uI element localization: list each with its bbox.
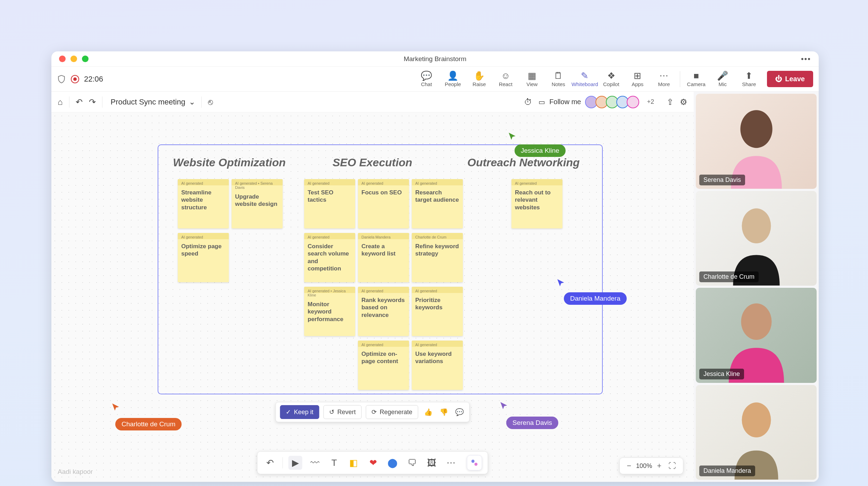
- sticky-note[interactable]: AI generatedTest SEO tactics: [304, 179, 355, 228]
- keep-label: Keep it: [294, 409, 313, 416]
- feedback-icon[interactable]: 💬: [454, 407, 465, 418]
- sticky-note[interactable]: AI generatedResearch target audience: [412, 179, 463, 228]
- video-tile[interactable]: Daniela Mandera: [696, 385, 817, 480]
- image-tool-icon[interactable]: 🖼: [425, 456, 439, 470]
- sticky-note[interactable]: AI generatedOptimize on-page content: [358, 341, 409, 390]
- check-icon: ✓: [286, 408, 291, 416]
- whiteboard-toolbar: ⌂ ↶ ↷ Product Sync meeting⌄ ⎋ ⏱ ▭Follow …: [51, 92, 694, 112]
- thumbs-down-icon[interactable]: 👎: [438, 407, 450, 418]
- undo-icon[interactable]: ↶: [76, 97, 83, 107]
- sticky-note[interactable]: AI generatedPrioritize keywords: [412, 287, 463, 336]
- ai-action-bar: ✓Keep it ↺Revert ⟳Regenerate 👍 👎 💬: [275, 402, 469, 422]
- reaction-tool-icon[interactable]: ❤: [366, 456, 380, 470]
- view-button[interactable]: ▦View: [519, 69, 545, 90]
- video-panel: Serena Davis Charlotte de Crum Jessica K…: [694, 92, 819, 482]
- sticky-tag: AI generated: [308, 181, 352, 185]
- sticky-note[interactable]: AI generatedFocus on SEO: [358, 179, 409, 228]
- comment-tool-icon[interactable]: 🗨: [405, 456, 419, 470]
- participant-avatars[interactable]: [587, 96, 639, 108]
- settings-icon[interactable]: ⚙: [680, 97, 687, 107]
- sticky-note[interactable]: AI generatedRank keywords based on relev…: [358, 287, 409, 336]
- sticky-note[interactable]: AI generatedConsider search volume and c…: [304, 233, 355, 282]
- sticky-note[interactable]: Daniela ManderaCreate a keyword list: [358, 233, 409, 282]
- react-button[interactable]: ☺React: [492, 69, 519, 90]
- more-button[interactable]: ⋯More: [651, 69, 677, 90]
- sticky-note[interactable]: AI generated • Jessica KlineMonitor keyw…: [304, 287, 355, 336]
- chat-button[interactable]: 💬Chat: [413, 69, 440, 90]
- sticky-text: Create a keyword list: [361, 243, 406, 258]
- share-whiteboard-icon[interactable]: ⇪: [667, 97, 674, 107]
- text-tool-icon[interactable]: T: [327, 456, 341, 470]
- whiteboard-canvas[interactable]: Website Optimization SEO Execution Outre…: [51, 112, 694, 482]
- follow-me-button[interactable]: ▭Follow me: [539, 98, 581, 106]
- sticky-text: Prioritize keywords: [415, 296, 459, 311]
- zoom-out-icon[interactable]: −: [625, 461, 633, 470]
- video-tile[interactable]: Charlotte de Crum: [696, 191, 817, 286]
- sticky-note[interactable]: AI generatedUse keyword variations: [412, 341, 463, 390]
- participant-overflow[interactable]: +2: [647, 98, 654, 106]
- sticky-text: Use keyword variations: [415, 350, 459, 365]
- camera-button[interactable]: ■Camera: [683, 69, 709, 90]
- mic-label: Mic: [719, 81, 727, 87]
- apps-button[interactable]: ⊞Apps: [624, 69, 651, 90]
- people-button[interactable]: 👤People: [440, 69, 466, 90]
- video-tile[interactable]: Serena Davis: [696, 94, 817, 189]
- window-controls: [59, 56, 89, 62]
- thumbs-up-icon[interactable]: 👍: [423, 407, 434, 418]
- maximize-window-button[interactable]: [82, 56, 89, 62]
- collaborator-cursor-jessica: [508, 132, 517, 142]
- sticky-note[interactable]: AI generatedReach out to relevant websit…: [511, 179, 562, 228]
- more-label: More: [658, 81, 670, 87]
- minimize-window-button[interactable]: [70, 56, 77, 62]
- zoom-in-icon[interactable]: +: [655, 461, 663, 470]
- keep-it-button[interactable]: ✓Keep it: [280, 405, 319, 419]
- whiteboard-name-dropdown[interactable]: Product Sync meeting⌄: [111, 98, 195, 107]
- react-label: React: [499, 81, 512, 87]
- regenerate-button[interactable]: ⟳Regenerate: [366, 405, 418, 419]
- meeting-actions: 💬Chat 👤People ✋Raise ☺React ▦View 🗒Notes…: [413, 69, 762, 90]
- revert-button[interactable]: ↺Revert: [323, 405, 361, 419]
- more-window-icon[interactable]: •••: [801, 55, 811, 64]
- raise-hand-button[interactable]: ✋Raise: [466, 69, 492, 90]
- lock-icon[interactable]: ⎋: [208, 97, 213, 107]
- redo-icon[interactable]: ↷: [89, 97, 96, 107]
- sticky-text: Test SEO tactics: [308, 189, 352, 204]
- sticky-note[interactable]: AI generatedStreamline website structure: [178, 179, 229, 228]
- notes-label: Notes: [552, 81, 565, 87]
- react-icon: ☺: [501, 71, 510, 80]
- avatar[interactable]: [627, 96, 639, 108]
- column-title-website: Website Optimization: [173, 156, 286, 169]
- mic-button[interactable]: 🎤Mic: [709, 69, 736, 90]
- sticky-note[interactable]: AI generatedOptimize page speed: [178, 233, 229, 282]
- video-name-label: Daniela Mandera: [699, 466, 755, 476]
- tray-undo-icon[interactable]: ↶: [263, 456, 277, 470]
- collaborator-cursor-serena: [499, 401, 508, 412]
- more-tools-icon[interactable]: ⋯: [444, 456, 458, 470]
- sticky-note[interactable]: Charlotte de CrumRefine keyword strategy: [412, 233, 463, 282]
- video-name-label: Jessica Kline: [699, 369, 744, 379]
- notes-button[interactable]: 🗒Notes: [545, 69, 571, 90]
- recording-time: 22:06: [84, 75, 103, 84]
- more-icon: ⋯: [659, 71, 668, 80]
- video-tile[interactable]: Jessica Kline: [696, 288, 817, 383]
- follow-me-label: Follow me: [549, 98, 581, 106]
- recording-indicator-icon[interactable]: [71, 75, 79, 83]
- shield-icon[interactable]: [57, 75, 66, 84]
- sticky-tool-icon[interactable]: ◧: [347, 456, 361, 470]
- home-icon[interactable]: ⌂: [58, 97, 63, 107]
- content-area: ⌂ ↶ ↷ Product Sync meeting⌄ ⎋ ⏱ ▭Follow …: [51, 92, 819, 482]
- timer-icon[interactable]: ⏱: [524, 97, 532, 107]
- leave-button[interactable]: ⏻Leave: [767, 71, 813, 87]
- shape-tool-icon[interactable]: ⬤: [386, 456, 400, 470]
- whiteboard-button[interactable]: ✎Whiteboard: [571, 69, 598, 90]
- copilot-button[interactable]: ❖Copilot: [598, 69, 624, 90]
- sticky-note[interactable]: AI generated • Serena DavisUpgrade websi…: [232, 179, 283, 228]
- copilot-tray-button[interactable]: [467, 455, 482, 470]
- pen-tool-icon[interactable]: 〰: [308, 456, 322, 470]
- close-window-button[interactable]: [59, 56, 66, 62]
- share-button[interactable]: ⬆Share: [736, 69, 762, 90]
- board-frame[interactable]: Website Optimization SEO Execution Outre…: [158, 144, 603, 394]
- fit-screen-icon[interactable]: ⛶: [666, 461, 678, 470]
- copilot-logo-icon: [470, 458, 479, 467]
- select-tool-icon[interactable]: ▶: [289, 456, 302, 470]
